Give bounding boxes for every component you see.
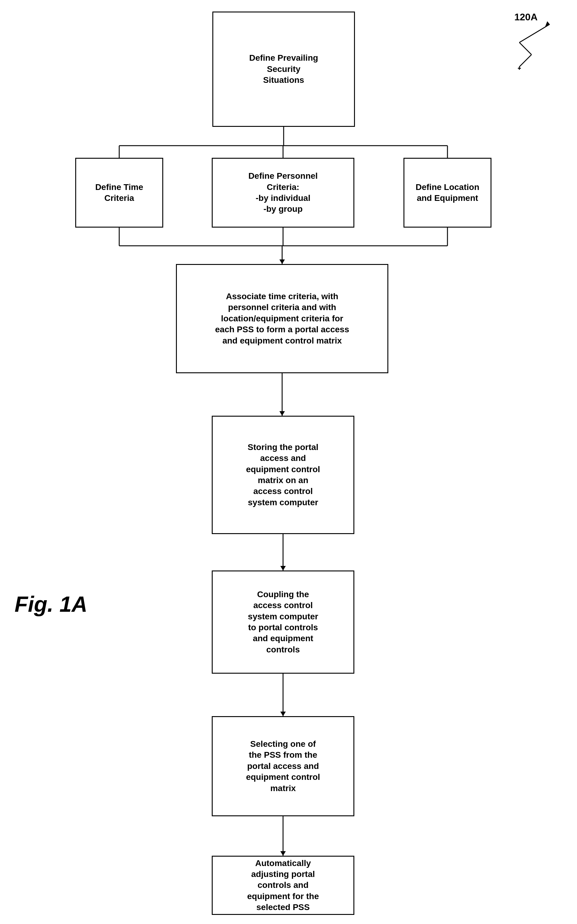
svg-marker-22 <box>280 711 286 716</box>
box-define-location-text: Define Locationand Equipment <box>416 182 479 204</box>
diagram-container: 120A <box>0 0 577 924</box>
box-adjusting: Automaticallyadjusting portalcontrols an… <box>212 856 355 915</box>
box-associate-text: Associate time criteria, withpersonnel c… <box>215 291 349 346</box>
box-selecting: Selecting one ofthe PSS from theportal a… <box>212 716 355 816</box>
box-define-time: Define TimeCriteria <box>75 158 163 227</box>
figure-label: Fig. 1A <box>15 592 87 617</box>
zigzag-arrow <box>501 15 562 70</box>
box-define-personnel: Define PersonnelCriteria:-by individual-… <box>212 158 355 227</box>
box-associate: Associate time criteria, withpersonnel c… <box>176 264 388 373</box>
box-selecting-text: Selecting one ofthe PSS from theportal a… <box>246 739 320 794</box>
svg-line-0 <box>519 55 532 67</box>
box-storing: Storing the portalaccess andequipment co… <box>212 416 355 534</box>
box-define-location: Define Locationand Equipment <box>403 158 492 227</box>
svg-line-2 <box>519 24 550 42</box>
svg-marker-18 <box>279 411 285 416</box>
box-storing-text: Storing the portalaccess andequipment co… <box>246 442 320 508</box>
box-define-time-text: Define TimeCriteria <box>95 182 143 204</box>
svg-marker-20 <box>280 566 286 571</box>
box-define-prevailing: Define PrevailingSecuritySituations <box>212 11 355 127</box>
box-coupling: Coupling theaccess controlsystem compute… <box>212 571 355 674</box>
box-define-personnel-text: Define PersonnelCriteria:-by individual-… <box>248 171 318 215</box>
box-define-prevailing-text: Define PrevailingSecuritySituations <box>249 53 318 85</box>
svg-line-1 <box>519 42 532 55</box>
box-adjusting-text: Automaticallyadjusting portalcontrols an… <box>247 858 319 913</box>
box-coupling-text: Coupling theaccess controlsystem compute… <box>248 589 318 655</box>
svg-marker-16 <box>279 260 285 264</box>
svg-marker-24 <box>280 851 286 856</box>
